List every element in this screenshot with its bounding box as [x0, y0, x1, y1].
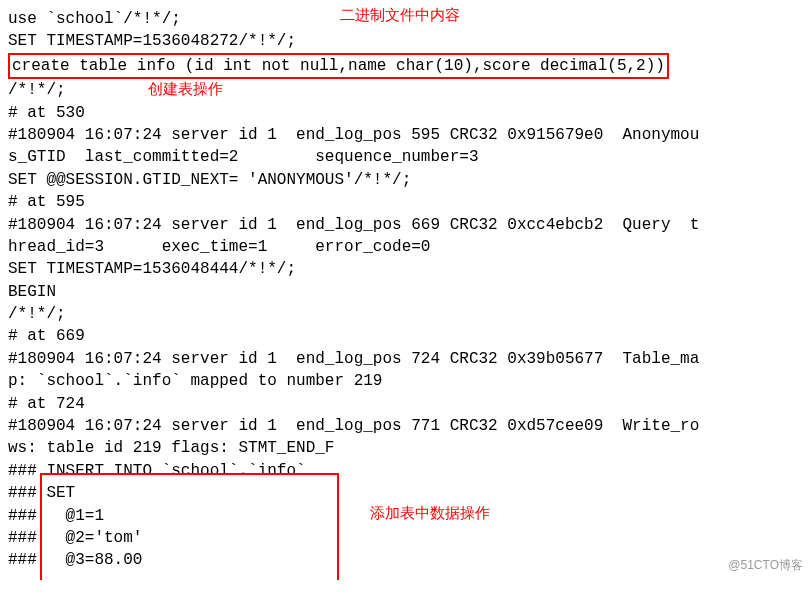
log-line: BEGIN	[8, 281, 803, 303]
log-line-insert: ### INSERT INTO `school`.`info`	[8, 460, 803, 482]
log-line: #180904 16:07:24 server id 1 end_log_pos…	[8, 348, 803, 370]
log-line: #180904 16:07:24 server id 1 end_log_pos…	[8, 124, 803, 146]
log-line: # at 530	[8, 102, 803, 124]
log-line-insert: ### @3=88.00	[8, 549, 803, 571]
log-line-insert: ### @2='tom'	[8, 527, 803, 549]
log-line: SET TIMESTAMP=1536048272/*!*/;	[8, 30, 803, 52]
log-line: #180904 16:07:24 server id 1 end_log_pos…	[8, 415, 803, 437]
annotation-top: 二进制文件中内容	[340, 4, 460, 25]
log-line: #180904 16:07:24 server id 1 end_log_pos…	[8, 214, 803, 236]
watermark: @51CTO博客	[728, 557, 803, 574]
log-line: # at 595	[8, 191, 803, 213]
log-line: ws: table id 219 flags: STMT_END_F	[8, 437, 803, 459]
log-line: hread_id=3 exec_time=1 error_code=0	[8, 236, 803, 258]
log-line: p: `school`.`info` mapped to number 219	[8, 370, 803, 392]
log-line: # at 669	[8, 325, 803, 347]
log-line-create-table: create table info (id int not null,name …	[8, 53, 803, 79]
highlight-create-table: create table info (id int not null,name …	[8, 53, 669, 79]
log-line: SET @@SESSION.GTID_NEXT= 'ANONYMOUS'/*!*…	[8, 169, 803, 191]
log-line: /*!*/;	[8, 303, 803, 325]
annotation-insert-data: 添加表中数据操作	[370, 502, 490, 523]
annotation-create-table: 创建表操作	[148, 78, 223, 99]
log-line: SET TIMESTAMP=1536048444/*!*/;	[8, 258, 803, 280]
log-line: # at 724	[8, 393, 803, 415]
log-line: /*!*/;	[8, 79, 803, 101]
log-line: s_GTID last_committed=2 sequence_number=…	[8, 146, 803, 168]
